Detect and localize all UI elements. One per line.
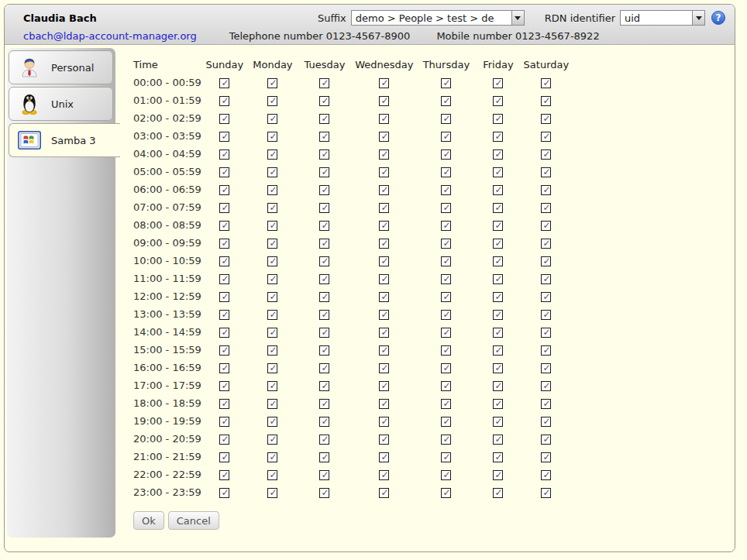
- hour-checkbox[interactable]: [493, 274, 503, 284]
- hour-checkbox[interactable]: [267, 470, 277, 480]
- hour-checkbox[interactable]: [541, 167, 551, 177]
- email-link[interactable]: cbach@ldap-account-manager.org: [23, 30, 197, 42]
- hour-checkbox[interactable]: [379, 114, 389, 124]
- hour-checkbox[interactable]: [379, 132, 389, 142]
- hour-checkbox[interactable]: [541, 96, 551, 106]
- hour-checkbox[interactable]: [319, 381, 329, 391]
- hour-checkbox[interactable]: [379, 274, 389, 284]
- hour-checkbox[interactable]: [541, 381, 551, 391]
- hour-checkbox[interactable]: [267, 310, 277, 320]
- hour-checkbox[interactable]: [267, 114, 277, 124]
- hour-checkbox[interactable]: [493, 96, 503, 106]
- hour-checkbox[interactable]: [219, 167, 229, 177]
- hour-checkbox[interactable]: [493, 435, 503, 445]
- hour-checkbox[interactable]: [493, 399, 503, 409]
- hour-checkbox[interactable]: [219, 96, 229, 106]
- hour-checkbox[interactable]: [541, 292, 551, 302]
- hour-checkbox[interactable]: [441, 96, 451, 106]
- hour-checkbox[interactable]: [441, 328, 451, 338]
- hour-checkbox[interactable]: [379, 96, 389, 106]
- hour-checkbox[interactable]: [441, 488, 451, 498]
- hour-checkbox[interactable]: [319, 435, 329, 445]
- hour-checkbox[interactable]: [267, 345, 277, 356]
- hour-checkbox[interactable]: [379, 345, 389, 356]
- hour-checkbox[interactable]: [219, 78, 229, 88]
- hour-checkbox[interactable]: [541, 274, 551, 284]
- hour-checkbox[interactable]: [493, 417, 503, 427]
- hour-checkbox[interactable]: [379, 435, 389, 445]
- hour-checkbox[interactable]: [493, 345, 503, 356]
- hour-checkbox[interactable]: [541, 452, 551, 462]
- hour-checkbox[interactable]: [441, 310, 451, 320]
- hour-checkbox[interactable]: [319, 274, 329, 284]
- hour-checkbox[interactable]: [441, 452, 451, 462]
- hour-checkbox[interactable]: [219, 470, 229, 480]
- hour-checkbox[interactable]: [379, 488, 389, 498]
- hour-checkbox[interactable]: [493, 167, 503, 177]
- hour-checkbox[interactable]: [493, 256, 503, 266]
- hour-checkbox[interactable]: [379, 203, 389, 213]
- hour-checkbox[interactable]: [379, 452, 389, 462]
- hour-checkbox[interactable]: [493, 114, 503, 124]
- hour-checkbox[interactable]: [541, 256, 551, 266]
- hour-checkbox[interactable]: [319, 345, 329, 356]
- hour-checkbox[interactable]: [267, 78, 277, 88]
- hour-checkbox[interactable]: [267, 185, 277, 195]
- hour-checkbox[interactable]: [219, 310, 229, 320]
- hour-checkbox[interactable]: [267, 399, 277, 409]
- hour-checkbox[interactable]: [493, 221, 503, 231]
- hour-checkbox[interactable]: [219, 363, 229, 373]
- hour-checkbox[interactable]: [267, 488, 277, 498]
- hour-checkbox[interactable]: [267, 167, 277, 177]
- hour-checkbox[interactable]: [319, 149, 329, 160]
- hour-checkbox[interactable]: [441, 417, 451, 427]
- hour-checkbox[interactable]: [441, 435, 451, 445]
- hour-checkbox[interactable]: [493, 78, 503, 88]
- hour-checkbox[interactable]: [493, 381, 503, 391]
- hour-checkbox[interactable]: [319, 328, 329, 338]
- ok-button[interactable]: Ok: [133, 511, 164, 530]
- hour-checkbox[interactable]: [541, 132, 551, 142]
- hour-checkbox[interactable]: [493, 292, 503, 302]
- hour-checkbox[interactable]: [319, 78, 329, 88]
- hour-checkbox[interactable]: [493, 363, 503, 373]
- hour-checkbox[interactable]: [541, 310, 551, 320]
- hour-checkbox[interactable]: [541, 185, 551, 195]
- hour-checkbox[interactable]: [319, 399, 329, 409]
- hour-checkbox[interactable]: [379, 470, 389, 480]
- hour-checkbox[interactable]: [541, 399, 551, 409]
- hour-checkbox[interactable]: [379, 328, 389, 338]
- hour-checkbox[interactable]: [319, 452, 329, 462]
- hour-checkbox[interactable]: [219, 221, 229, 231]
- hour-checkbox[interactable]: [267, 292, 277, 302]
- hour-checkbox[interactable]: [267, 274, 277, 284]
- hour-checkbox[interactable]: [379, 399, 389, 409]
- hour-checkbox[interactable]: [493, 185, 503, 195]
- hour-checkbox[interactable]: [219, 149, 229, 160]
- hour-checkbox[interactable]: [267, 221, 277, 231]
- hour-checkbox[interactable]: [441, 149, 451, 160]
- hour-checkbox[interactable]: [541, 221, 551, 231]
- hour-checkbox[interactable]: [319, 96, 329, 106]
- hour-checkbox[interactable]: [541, 345, 551, 356]
- hour-checkbox[interactable]: [541, 328, 551, 338]
- hour-checkbox[interactable]: [319, 363, 329, 373]
- hour-checkbox[interactable]: [267, 435, 277, 445]
- suffix-dropdown-button[interactable]: [511, 11, 524, 25]
- hour-checkbox[interactable]: [319, 470, 329, 480]
- hour-checkbox[interactable]: [267, 452, 277, 462]
- hour-checkbox[interactable]: [319, 417, 329, 427]
- hour-checkbox[interactable]: [379, 363, 389, 373]
- hour-checkbox[interactable]: [319, 256, 329, 266]
- hour-checkbox[interactable]: [379, 239, 389, 249]
- hour-checkbox[interactable]: [441, 203, 451, 213]
- hour-checkbox[interactable]: [379, 292, 389, 302]
- hour-checkbox[interactable]: [219, 274, 229, 284]
- hour-checkbox[interactable]: [493, 203, 503, 213]
- hour-checkbox[interactable]: [379, 256, 389, 266]
- hour-checkbox[interactable]: [267, 328, 277, 338]
- hour-checkbox[interactable]: [379, 78, 389, 88]
- hour-checkbox[interactable]: [441, 399, 451, 409]
- rdn-dropdown-button[interactable]: [692, 11, 704, 25]
- hour-checkbox[interactable]: [219, 488, 229, 498]
